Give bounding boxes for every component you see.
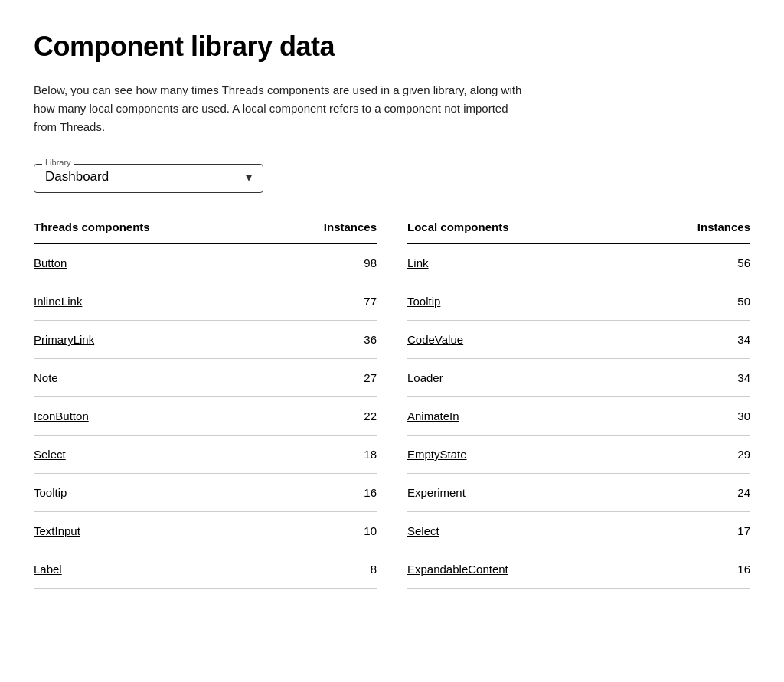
library-select-trigger[interactable]: Dashboard ▾ [45, 169, 252, 184]
local-instances-value: 30 [632, 397, 750, 436]
table-row: Label 8 [34, 550, 377, 589]
library-field-label: Library [42, 158, 74, 167]
table-row: TextInput 10 [34, 512, 377, 550]
threads-components-table: Threads components Instances Button 98 I… [34, 220, 377, 589]
threads-component-name[interactable]: Select [34, 436, 270, 474]
local-instances-value: 29 [632, 436, 750, 474]
local-instances-value: 34 [632, 321, 750, 359]
local-component-name: Loader [407, 359, 632, 397]
page-description: Below, you can see how many times Thread… [34, 81, 524, 136]
table-row: Select 18 [34, 436, 377, 474]
threads-component-name[interactable]: TextInput [34, 512, 270, 550]
local-instances-value: 56 [632, 243, 750, 282]
threads-instances-value: 22 [270, 397, 377, 436]
local-component-name: Tooltip [407, 282, 632, 321]
table-row: AnimateIn 30 [407, 397, 750, 436]
local-component-name: Select [407, 512, 632, 550]
threads-component-name[interactable]: IconButton [34, 397, 270, 436]
page-title: Component library data [34, 31, 750, 63]
local-instances-value: 17 [632, 512, 750, 550]
local-instances-value: 34 [632, 359, 750, 397]
threads-component-name[interactable]: Tooltip [34, 474, 270, 512]
threads-component-name[interactable]: Button [34, 243, 270, 282]
library-select-container[interactable]: Library Dashboard ▾ [34, 164, 263, 193]
local-instances-value: 16 [632, 550, 750, 589]
threads-instances-value: 10 [270, 512, 377, 550]
threads-components-section: Threads components Instances Button 98 I… [34, 220, 377, 589]
local-component-name: Link [407, 243, 632, 282]
threads-instances-value: 77 [270, 282, 377, 321]
threads-instances-value: 98 [270, 243, 377, 282]
local-instances-value: 24 [632, 474, 750, 512]
local-col-header-name: Local components [407, 220, 632, 243]
threads-col-header-instances: Instances [270, 220, 377, 243]
threads-component-name[interactable]: PrimaryLink [34, 321, 270, 359]
library-selected-value: Dashboard [45, 169, 109, 184]
table-row: IconButton 22 [34, 397, 377, 436]
threads-component-name[interactable]: Note [34, 359, 270, 397]
threads-col-header-name: Threads components [34, 220, 270, 243]
local-components-section: Local components Instances Link 56 Toolt… [407, 220, 750, 589]
table-row: CodeValue 34 [407, 321, 750, 359]
local-components-table: Local components Instances Link 56 Toolt… [407, 220, 750, 589]
table-row: Select 17 [407, 512, 750, 550]
chevron-down-icon: ▾ [246, 170, 252, 184]
threads-component-name[interactable]: InlineLink [34, 282, 270, 321]
local-instances-value: 50 [632, 282, 750, 321]
table-row: Tooltip 16 [34, 474, 377, 512]
table-row: PrimaryLink 36 [34, 321, 377, 359]
threads-instances-value: 18 [270, 436, 377, 474]
table-row: ExpandableContent 16 [407, 550, 750, 589]
tables-container: Threads components Instances Button 98 I… [34, 220, 750, 589]
table-row: Tooltip 50 [407, 282, 750, 321]
table-row: Note 27 [34, 359, 377, 397]
table-row: Loader 34 [407, 359, 750, 397]
threads-instances-value: 8 [270, 550, 377, 589]
threads-instances-value: 16 [270, 474, 377, 512]
threads-instances-value: 36 [270, 321, 377, 359]
local-component-name: ExpandableContent [407, 550, 632, 589]
threads-component-name[interactable]: Label [34, 550, 270, 589]
table-row: Button 98 [34, 243, 377, 282]
table-row: InlineLink 77 [34, 282, 377, 321]
local-col-header-instances: Instances [632, 220, 750, 243]
local-component-name: CodeValue [407, 321, 632, 359]
table-row: Link 56 [407, 243, 750, 282]
table-row: EmptyState 29 [407, 436, 750, 474]
table-row: Experiment 24 [407, 474, 750, 512]
local-component-name: EmptyState [407, 436, 632, 474]
local-component-name: Experiment [407, 474, 632, 512]
local-component-name: AnimateIn [407, 397, 632, 436]
threads-instances-value: 27 [270, 359, 377, 397]
